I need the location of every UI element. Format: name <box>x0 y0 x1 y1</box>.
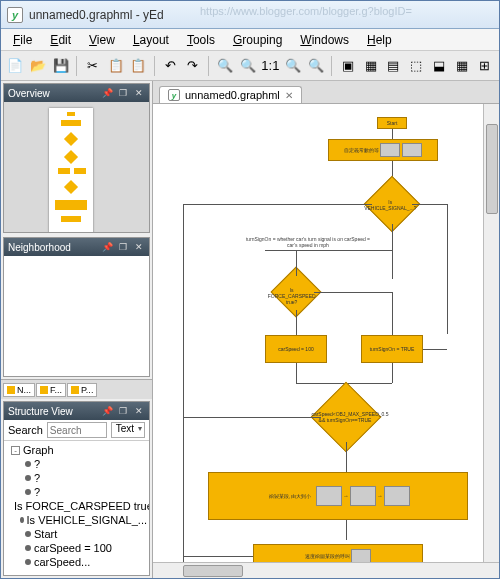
grid2-button[interactable]: ⊞ <box>474 55 495 77</box>
thumbnail-icon <box>351 549 371 562</box>
palette-tab[interactable]: P... <box>67 383 97 397</box>
panel-pin-icon[interactable]: 📌 <box>101 87 113 99</box>
menu-file[interactable]: File <box>5 31 40 49</box>
palette-tabs: N...F...P... <box>1 379 152 399</box>
close-icon[interactable]: ✕ <box>285 90 293 101</box>
tree-node[interactable]: Start <box>8 527 147 541</box>
edge-label: turnSignOn = whether car's turn signal i… <box>243 236 373 248</box>
node-label: 自定義常數的等 <box>344 147 379 153</box>
redo-button[interactable]: ↷ <box>183 55 204 77</box>
thumbnail-icon <box>380 143 400 157</box>
panel-restore-icon[interactable]: ❐ <box>117 87 129 99</box>
paste-button[interactable]: 📋 <box>128 55 149 77</box>
toolbar: 📄📂💾✂📋📋↶↷🔍🔍1:1🔍🔍▣▦▤⬚⬓▦⊞ <box>1 51 499 81</box>
save-doc-button[interactable]: 💾 <box>51 55 72 77</box>
node-render-zoom[interactable]: 自定義常數的等 <box>328 139 438 161</box>
menu-view[interactable]: View <box>81 31 123 49</box>
neighborhood-title: Neighborhood <box>8 242 71 253</box>
copy-button[interactable]: 📋 <box>105 55 126 77</box>
menu-tools[interactable]: Tools <box>179 31 223 49</box>
menu-grouping[interactable]: Grouping <box>225 31 290 49</box>
tree-node[interactable]: Is FORCE_CARSPEED true? <box>8 499 147 513</box>
overview-panel-header[interactable]: Overview 📌 ❐ ✕ <box>4 84 149 102</box>
app-icon: y <box>7 7 23 23</box>
titlebar: y unnamed0.graphml - yEd https://www.blo… <box>1 1 499 29</box>
menu-layout[interactable]: Layout <box>125 31 177 49</box>
horizontal-scrollbar[interactable] <box>153 562 499 578</box>
neighborhood-canvas[interactable] <box>4 256 149 376</box>
tree-node[interactable]: Is VEHICLE_SIGNAL_... <box>8 513 147 527</box>
tree-node[interactable]: carSpeed... <box>8 555 147 569</box>
panel-close-icon[interactable]: ✕ <box>133 241 145 253</box>
palette-tab[interactable]: F... <box>36 383 66 397</box>
edit-mode-button[interactable]: ▤ <box>383 55 404 77</box>
new-doc-button[interactable]: 📄 <box>5 55 26 77</box>
neighborhood-panel-header[interactable]: Neighborhood 📌 ❐ ✕ <box>4 238 149 256</box>
thumbnail-icon <box>402 143 422 157</box>
overview-title: Overview <box>8 88 50 99</box>
hierarchy-button[interactable]: ⬚ <box>406 55 427 77</box>
grid-button[interactable]: ▦ <box>451 55 472 77</box>
thumbnail-icon <box>316 486 342 506</box>
tree-layout-button[interactable]: ⬓ <box>429 55 450 77</box>
tree-node[interactable]: ? <box>8 485 147 499</box>
vertical-scrollbar[interactable] <box>483 104 499 562</box>
menubar: FileEditViewLayoutToolsGroupingWindowsHe… <box>1 29 499 51</box>
structure-panel-header[interactable]: Structure View 📌 ❐ ✕ <box>4 402 149 420</box>
panel-restore-icon[interactable]: ❐ <box>117 241 129 253</box>
node-render-scale[interactable]: 繪製某段, 由大到小 → → <box>208 472 468 520</box>
zoom-fit-button[interactable]: 🔍 <box>306 55 327 77</box>
tree-node[interactable]: ? <box>8 457 147 471</box>
panel-close-icon[interactable]: ✕ <box>133 87 145 99</box>
document-tabstrip: y unnamed0.graphml ✕ <box>153 81 499 104</box>
undo-button[interactable]: ↶ <box>160 55 181 77</box>
node-asset-footer[interactable]: 速度繪圖某段的呼叫 <box>253 544 423 562</box>
panel-restore-icon[interactable]: ❐ <box>117 405 129 417</box>
zoom-in-button[interactable]: 🔍 <box>214 55 235 77</box>
panel-pin-icon[interactable]: 📌 <box>101 405 113 417</box>
tree-node[interactable]: carSpeed = 100 <box>8 541 147 555</box>
filter-dropdown[interactable]: Text <box>111 422 145 438</box>
background-url-ghost: https://www.blogger.com/blogger.g?blogID… <box>200 5 412 17</box>
search-input[interactable] <box>47 422 107 438</box>
thumbnail-icon <box>350 486 376 506</box>
menu-edit[interactable]: Edit <box>42 31 79 49</box>
doc-icon: y <box>168 89 180 101</box>
zoom-1-1-button[interactable]: 1:1 <box>260 55 281 77</box>
structure-tree[interactable]: -Graph???Is FORCE_CARSPEED true?Is VEHIC… <box>4 441 149 575</box>
tree-node[interactable]: -Graph <box>8 443 147 457</box>
tree-node[interactable]: ? <box>8 471 147 485</box>
node-speed-100[interactable]: carSpeed = 100 <box>265 335 327 363</box>
fit-content-button[interactable]: ▣ <box>337 55 358 77</box>
node-label: 速度繪圖某段的呼叫 <box>305 553 350 559</box>
node-turnsign-true[interactable]: turnSignOn = TRUE <box>361 335 423 363</box>
search-label: Search <box>8 424 43 436</box>
panel-pin-icon[interactable]: 📌 <box>101 241 113 253</box>
node-label: 繪製某段, 由大到小 <box>265 493 315 499</box>
menu-windows[interactable]: Windows <box>292 31 357 49</box>
select-mode-button[interactable]: ▦ <box>360 55 381 77</box>
menu-help[interactable]: Help <box>359 31 400 49</box>
thumbnail-icon <box>384 486 410 506</box>
window-title: unnamed0.graphml - yEd <box>29 8 164 22</box>
document-tab[interactable]: y unnamed0.graphml ✕ <box>159 86 302 103</box>
graph-canvas[interactable]: Start 自定義常數的等 Is VEHICLE_SIGNAL_...? tur… <box>153 104 499 562</box>
overview-canvas[interactable] <box>4 102 149 232</box>
palette-tab[interactable]: N... <box>3 383 35 397</box>
open-doc-button[interactable]: 📂 <box>28 55 49 77</box>
zoom-sel-button[interactable]: 🔍 <box>283 55 304 77</box>
structure-title: Structure View <box>8 406 73 417</box>
zoom-out-button[interactable]: 🔍 <box>237 55 258 77</box>
node-start[interactable]: Start <box>377 117 407 129</box>
panel-close-icon[interactable]: ✕ <box>133 405 145 417</box>
document-tab-label: unnamed0.graphml <box>185 89 280 101</box>
cut-button[interactable]: ✂ <box>82 55 103 77</box>
